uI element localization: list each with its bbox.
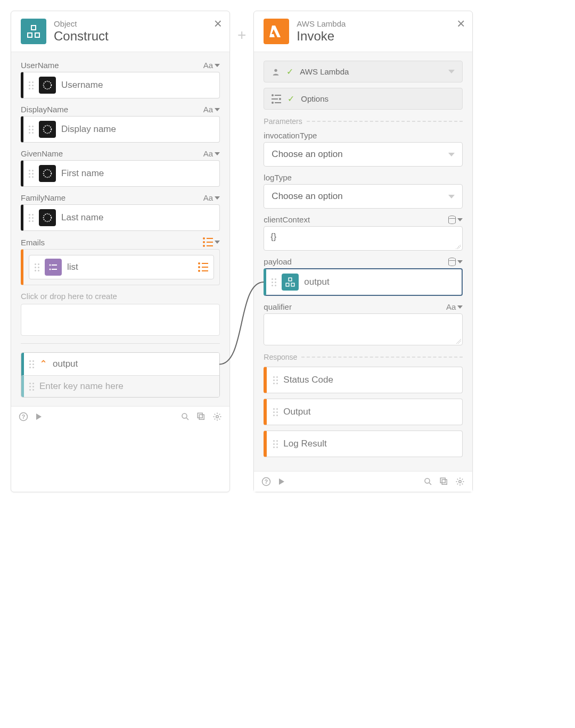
gear-icon[interactable] xyxy=(455,477,465,486)
type-indicator-list[interactable] xyxy=(203,237,220,247)
drag-handle-icon[interactable] xyxy=(273,440,278,448)
svg-point-5 xyxy=(44,170,52,178)
drag-handle-icon[interactable] xyxy=(29,214,34,222)
type-indicator-object[interactable] xyxy=(448,258,463,266)
resize-handle-icon[interactable] xyxy=(456,244,461,249)
svg-rect-20 xyxy=(286,283,290,286)
svg-point-3 xyxy=(44,81,52,89)
list-chip-icon xyxy=(45,259,62,276)
field-label: clientContext xyxy=(264,215,310,224)
okta-chip-icon xyxy=(39,165,56,182)
svg-point-6 xyxy=(44,214,52,222)
type-indicator[interactable]: Aa xyxy=(446,302,463,311)
copy-icon[interactable] xyxy=(196,412,206,421)
output-pill[interactable]: ⌃ output xyxy=(21,353,219,376)
field-value-pill[interactable]: Username xyxy=(21,72,220,98)
field-value-pill[interactable]: Display name xyxy=(21,116,220,143)
invocation-type-select[interactable]: Choose an option xyxy=(264,142,463,167)
field-givenname: GivenName Aa First name xyxy=(21,149,220,187)
okta-chip-icon xyxy=(39,77,56,94)
field-value-pill[interactable]: First name xyxy=(21,160,220,187)
aws-lambda-icon xyxy=(264,19,289,44)
user-icon xyxy=(272,68,280,76)
drag-handle-icon[interactable] xyxy=(29,170,34,178)
card-title: Invoke xyxy=(297,29,463,44)
drag-handle-icon[interactable] xyxy=(29,360,34,368)
field-displayname: DisplayName Aa Display name xyxy=(21,105,220,143)
chevron-down-icon xyxy=(448,153,455,156)
drag-handle-icon[interactable] xyxy=(29,383,34,391)
response-section-title: Response xyxy=(264,353,463,361)
help-icon[interactable]: ? xyxy=(19,412,28,421)
client-context-input[interactable]: {} xyxy=(264,226,463,251)
log-type-select[interactable]: Choose an option xyxy=(264,184,463,209)
check-icon: ✓ xyxy=(286,67,293,77)
chevron-down-icon xyxy=(448,195,455,198)
field-label: UserName xyxy=(21,61,59,70)
response-status-code[interactable]: Status Code xyxy=(264,367,463,393)
options-selector[interactable]: ✓ Options xyxy=(264,88,463,110)
card-suptitle: Object xyxy=(54,19,220,29)
object-type-icon xyxy=(448,216,456,224)
type-indicator[interactable]: Aa xyxy=(203,105,220,114)
field-client-context: clientContext {} xyxy=(264,215,463,251)
close-icon[interactable]: × xyxy=(214,16,222,30)
output-label: output xyxy=(53,359,78,369)
chevron-up-icon[interactable]: ⌃ xyxy=(39,358,47,370)
field-value-pill[interactable]: Last name xyxy=(21,204,220,231)
add-card-button[interactable]: + xyxy=(230,11,253,44)
field-label: FamilyName xyxy=(21,193,65,202)
drag-handle-icon[interactable] xyxy=(272,278,276,286)
play-icon[interactable] xyxy=(35,412,43,421)
search-icon[interactable] xyxy=(180,412,190,421)
type-indicator[interactable]: Aa xyxy=(203,61,220,70)
dropzone[interactable] xyxy=(21,304,220,336)
list-item-pill[interactable]: list xyxy=(29,255,214,279)
drag-handle-icon[interactable] xyxy=(273,408,278,416)
svg-text:?: ? xyxy=(22,413,25,420)
object-construct-card: × Object Construct UserName Aa Usernam xyxy=(11,11,230,492)
resize-handle-icon[interactable] xyxy=(456,338,461,344)
type-indicator[interactable]: Aa xyxy=(203,193,220,202)
help-icon[interactable]: ? xyxy=(261,477,271,486)
chip-label: Last name xyxy=(61,212,103,223)
search-icon[interactable] xyxy=(423,477,433,486)
output-key-input-pill[interactable]: Enter key name here xyxy=(21,376,219,397)
field-label: DisplayName xyxy=(21,105,68,114)
svg-point-28 xyxy=(459,481,462,483)
svg-rect-15 xyxy=(199,415,204,419)
field-label: qualifier xyxy=(264,302,292,311)
drag-handle-icon[interactable] xyxy=(29,81,34,89)
close-icon[interactable]: × xyxy=(457,16,465,30)
drag-handle-icon[interactable] xyxy=(29,126,34,134)
svg-rect-2 xyxy=(35,33,39,37)
response-log-result[interactable]: Log Result xyxy=(264,431,463,457)
payload-pill[interactable]: output xyxy=(264,268,463,296)
qualifier-input[interactable] xyxy=(264,313,463,345)
options-label: Options xyxy=(301,94,455,103)
field-label: logType xyxy=(264,173,292,182)
drag-handle-icon[interactable] xyxy=(35,263,39,271)
connection-label: AWS Lambda xyxy=(300,67,442,76)
field-label: invocationType xyxy=(264,131,317,140)
card-suptitle: AWS Lambda xyxy=(297,19,463,29)
play-icon[interactable] xyxy=(277,477,286,486)
card-footer: ? xyxy=(11,406,229,427)
field-familyname: FamilyName Aa Last name xyxy=(21,193,220,231)
svg-point-9 xyxy=(50,269,51,270)
field-label: GivenName xyxy=(21,149,63,158)
chip-label: Display name xyxy=(61,124,116,135)
gear-icon[interactable] xyxy=(212,412,222,421)
svg-rect-1 xyxy=(28,33,32,37)
drag-handle-icon[interactable] xyxy=(273,376,278,384)
connection-selector[interactable]: ✓ AWS Lambda xyxy=(264,61,463,82)
response-label: Output xyxy=(283,407,310,417)
svg-point-4 xyxy=(44,126,52,134)
type-indicator-object[interactable] xyxy=(448,216,463,224)
copy-icon[interactable] xyxy=(439,477,449,486)
object-chip-icon xyxy=(282,274,299,291)
response-output[interactable]: Output xyxy=(264,399,463,425)
list-container[interactable]: list xyxy=(21,249,220,285)
key-name-input[interactable]: Enter key name here xyxy=(39,381,124,392)
type-indicator[interactable]: Aa xyxy=(203,149,220,158)
